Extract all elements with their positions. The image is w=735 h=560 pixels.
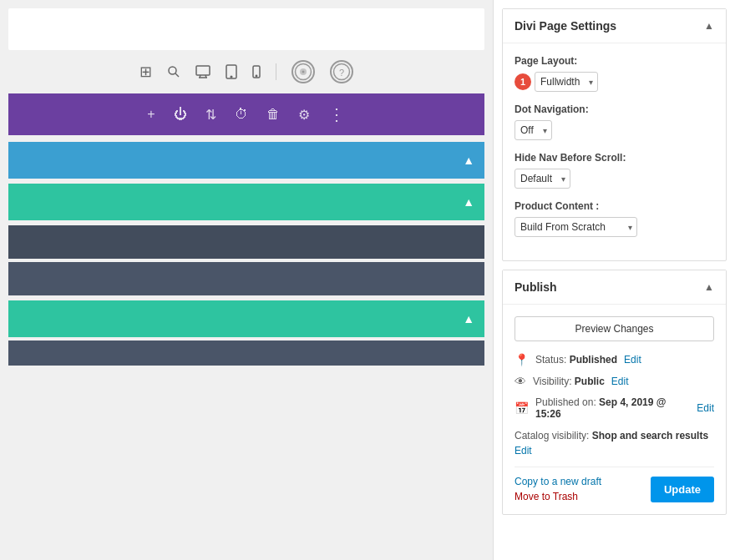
publish-header: Publish ▲ — [503, 270, 726, 305]
page-layout-field: Page Layout: 1 Fullwidth Default — [514, 55, 714, 92]
page-layout-select[interactable]: Fullwidth Default — [535, 72, 598, 92]
top-bar — [8, 8, 484, 50]
visibility-icon: 👁 — [514, 375, 526, 388]
chevron-up-green[interactable]: ▲ — [463, 195, 474, 209]
left-panel: ⊞ — [0, 0, 493, 560]
published-on-label: Published on: Sep 4, 2019 @ 15:26 — [535, 396, 690, 420]
calendar-icon: 📅 — [514, 401, 529, 415]
visibility-edit-link[interactable]: Edit — [611, 376, 629, 387]
dot-navigation-select[interactable]: Off On — [514, 120, 552, 140]
row-dark2 — [8, 262, 484, 295]
publish-section: Publish ▲ Preview Changes 📍 Status: Publ… — [502, 270, 727, 515]
svg-point-0 — [169, 67, 176, 74]
settings-collapse-icon[interactable]: ▲ — [704, 20, 714, 32]
settings-body: Page Layout: 1 Fullwidth Default Dot Nav… — [503, 43, 726, 260]
status-row: 📍 Status: Published Edit — [514, 353, 714, 366]
catalog-edit-link[interactable]: Edit — [514, 443, 714, 458]
settings-title: Divi Page Settings — [514, 19, 616, 33]
hide-nav-label: Hide Nav Before Scroll: — [514, 152, 714, 164]
hide-nav-select-wrapper: Default Hide Show — [514, 169, 570, 189]
svg-point-9 — [256, 75, 256, 76]
row-bottom — [8, 341, 484, 366]
row-dark1 — [8, 225, 484, 259]
toolbar-row: ⊞ — [0, 50, 493, 93]
status-label: Status: Published — [535, 354, 617, 366]
published-on-row: 📅 Published on: Sep 4, 2019 @ 15:26 Edit — [514, 396, 714, 420]
dot-navigation-label: Dot Navigation: — [514, 103, 714, 115]
mobile-icon[interactable] — [252, 65, 261, 78]
badge-1: 1 — [514, 73, 531, 90]
catalog-value: Shop and search results — [592, 430, 708, 441]
catalog-label: Catalog visibility: — [514, 430, 589, 441]
action-links: Copy to a new draft Move to Trash Update — [514, 467, 714, 502]
help-icon[interactable]: ? — [330, 60, 353, 83]
row-green: ▲ — [8, 184, 484, 220]
toolbar-divider — [276, 63, 276, 80]
hide-nav-field: Hide Nav Before Scroll: Default Hide Sho… — [514, 152, 714, 189]
desktop-icon[interactable] — [195, 65, 210, 78]
search-icon[interactable] — [167, 65, 180, 78]
status-edit-link[interactable]: Edit — [624, 354, 641, 366]
svg-point-12 — [302, 71, 305, 73]
right-panel: Divi Page Settings ▲ Page Layout: 1 Full… — [493, 0, 735, 560]
divi-page-settings-section: Divi Page Settings ▲ Page Layout: 1 Full… — [502, 8, 727, 261]
svg-rect-2 — [196, 66, 210, 75]
visibility-row: 👁 Visibility: Public Edit — [514, 375, 714, 388]
row-green2: ▲ — [8, 300, 484, 337]
preview-changes-button[interactable]: Preview Changes — [514, 316, 714, 341]
update-button[interactable]: Update — [651, 477, 714, 502]
product-content-field: Product Content : Build From Scratch Use… — [514, 200, 714, 237]
action-links-left: Copy to a new draft Move to Trash — [514, 476, 601, 502]
svg-line-1 — [175, 73, 179, 77]
section-purple-bar: + ⏻ ⇅ ⏱ 🗑 ⚙ ⋮ — [8, 93, 484, 135]
page-layout-label: Page Layout: — [514, 55, 714, 67]
add-section-icon[interactable]: + — [147, 107, 155, 122]
settings-section-icon[interactable]: ⚙ — [298, 107, 310, 123]
more-section-icon[interactable]: ⋮ — [328, 104, 346, 124]
visibility-label: Visibility: Public — [533, 376, 605, 387]
status-value: Published — [570, 354, 617, 366]
circle-icon-1[interactable] — [291, 60, 315, 83]
copy-to-draft-link[interactable]: Copy to a new draft — [514, 476, 601, 487]
publish-title: Publish — [514, 280, 557, 294]
sort-section-icon[interactable]: ⇅ — [205, 107, 216, 123]
grid-icon[interactable]: ⊞ — [139, 63, 152, 81]
page-layout-select-row: 1 Fullwidth Default — [514, 72, 714, 92]
settings-header: Divi Page Settings ▲ — [503, 9, 726, 43]
product-content-label: Product Content : — [514, 200, 714, 212]
svg-text:?: ? — [339, 68, 344, 78]
history-section-icon[interactable]: ⏱ — [235, 107, 248, 122]
page-layout-select-wrapper: Fullwidth Default — [535, 72, 598, 92]
trash-section-icon[interactable]: 🗑 — [266, 107, 280, 122]
dot-navigation-field: Dot Navigation: Off On — [514, 103, 714, 140]
chevron-up-green2[interactable]: ▲ — [463, 312, 474, 325]
row-blue: ▲ — [8, 142, 484, 179]
publish-body: Preview Changes 📍 Status: Published Edit… — [503, 305, 726, 514]
dot-navigation-select-wrapper: Off On — [514, 120, 552, 140]
move-to-trash-link[interactable]: Move to Trash — [514, 491, 601, 502]
product-content-select[interactable]: Build From Scratch Use Product Template — [514, 217, 637, 237]
power-section-icon[interactable]: ⏻ — [174, 107, 187, 122]
hide-nav-select[interactable]: Default Hide Show — [514, 169, 570, 189]
publish-collapse-icon[interactable]: ▲ — [704, 281, 714, 293]
product-content-select-wrapper: Build From Scratch Use Product Template — [514, 217, 637, 237]
chevron-up-blue[interactable]: ▲ — [463, 154, 474, 167]
published-on-edit-link[interactable]: Edit — [697, 402, 714, 414]
catalog-visibility-row: Catalog visibility: Shop and search resu… — [514, 428, 714, 458]
svg-point-7 — [231, 76, 232, 78]
status-icon: 📍 — [514, 353, 529, 366]
visibility-value: Public — [575, 376, 605, 387]
tablet-icon[interactable] — [226, 64, 237, 79]
